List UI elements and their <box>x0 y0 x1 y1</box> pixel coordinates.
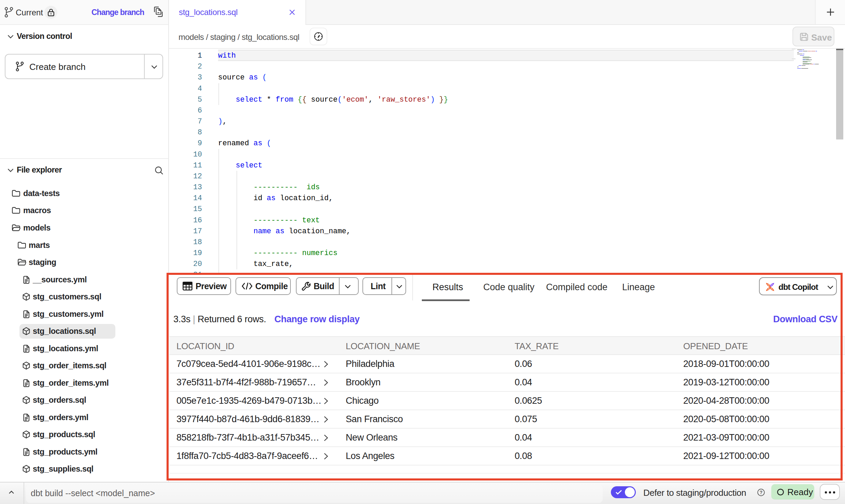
svg-text:?: ? <box>760 490 763 495</box>
